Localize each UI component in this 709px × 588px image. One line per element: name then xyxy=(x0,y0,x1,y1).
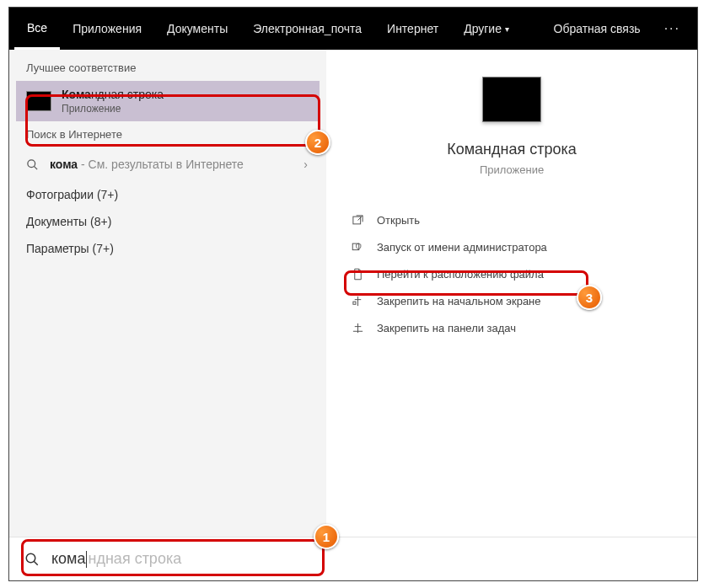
open-icon xyxy=(350,213,365,227)
category-photos[interactable]: Фотографии (7+) xyxy=(9,181,326,208)
category-documents[interactable]: Документы (8+) xyxy=(9,208,326,235)
tab-apps[interactable]: Приложения xyxy=(60,8,154,50)
tab-documents[interactable]: Документы xyxy=(154,8,240,50)
preview-subtitle: Приложение xyxy=(480,163,544,176)
preview-pane: Командная строка Приложение Открыть Запу… xyxy=(326,50,697,537)
pin-taskbar-icon xyxy=(350,321,365,334)
web-query-bold: кома xyxy=(50,158,78,171)
result-text: Командная строка Приложение xyxy=(62,88,164,115)
results-list: Лучшее соответствие Командная строка При… xyxy=(9,50,326,537)
web-query-hint: - См. результаты в Интернете xyxy=(78,158,244,171)
feedback-link[interactable]: Обратная связь xyxy=(542,22,653,35)
action-open-label: Открыть xyxy=(377,214,420,227)
search-input-bar[interactable]: командная строка xyxy=(9,537,697,580)
action-pin-start[interactable]: Закрепить на начальном экране xyxy=(343,287,680,314)
tab-other-label: Другие xyxy=(464,22,502,35)
action-open-location[interactable]: Перейти к расположению файла xyxy=(343,260,680,287)
svg-rect-7 xyxy=(352,302,355,304)
action-pin-taskbar-label: Закрепить на панели задач xyxy=(377,322,516,334)
actions-list: Открыть Запуск от имени администратора П… xyxy=(343,206,680,341)
web-search-header: Поиск в Интернете xyxy=(9,121,326,147)
svg-point-11 xyxy=(26,553,35,563)
shield-icon xyxy=(350,240,365,254)
svg-line-1 xyxy=(34,166,37,169)
preview-title: Командная строка xyxy=(447,141,577,158)
search-text: командная строка xyxy=(51,550,181,568)
cmd-icon-large xyxy=(482,77,541,122)
action-pin-taskbar[interactable]: Закрепить на панели задач xyxy=(343,314,680,341)
result-subtitle: Приложение xyxy=(62,103,164,115)
content-area: Лучшее соответствие Командная строка При… xyxy=(9,50,697,537)
web-search-result[interactable]: кома - См. результаты в Интернете › xyxy=(16,149,320,179)
cmd-icon xyxy=(26,91,51,111)
search-panel: Все Приложения Документы Электронная_поч… xyxy=(8,7,698,581)
action-run-as-admin[interactable]: Запуск от имени администратора xyxy=(343,233,680,260)
filter-tabs: Все Приложения Документы Электронная_поч… xyxy=(9,8,697,50)
tab-all[interactable]: Все xyxy=(14,8,60,50)
result-command-prompt[interactable]: Командная строка Приложение xyxy=(16,81,320,121)
web-query-text: кома - См. результаты в Интернете xyxy=(50,158,244,171)
search-typed: кома xyxy=(51,550,85,567)
tab-other[interactable]: Другие ▾ xyxy=(451,8,522,50)
match-rest: ндная строка xyxy=(91,88,164,101)
action-open[interactable]: Открыть xyxy=(343,206,680,233)
match-highlight: Кома xyxy=(62,88,91,101)
more-icon[interactable]: ··· xyxy=(653,21,692,36)
tab-email[interactable]: Электронная_почта xyxy=(240,8,374,50)
category-settings[interactable]: Параметры (7+) xyxy=(9,235,326,262)
action-admin-label: Запуск от имени администратора xyxy=(377,241,547,254)
pin-start-icon xyxy=(350,294,365,307)
tab-internet[interactable]: Интернет xyxy=(374,8,451,50)
svg-rect-2 xyxy=(352,216,360,224)
best-match-container: Командная строка Приложение xyxy=(9,81,326,121)
svg-point-0 xyxy=(28,159,35,167)
chevron-right-icon: › xyxy=(303,158,308,171)
action-location-label: Перейти к расположению файла xyxy=(377,268,544,281)
svg-line-12 xyxy=(34,561,38,565)
chevron-down-icon: ▾ xyxy=(505,24,509,34)
search-ghost: ндная строка xyxy=(88,550,181,567)
best-match-header: Лучшее соответствие xyxy=(9,55,326,81)
preview-header: Командная строка Приложение xyxy=(343,77,680,176)
search-icon xyxy=(26,158,40,171)
action-pin-start-label: Закрепить на начальном экране xyxy=(377,295,541,307)
search-icon xyxy=(24,552,40,567)
result-title: Командная строка xyxy=(62,88,164,101)
folder-icon xyxy=(350,267,365,281)
